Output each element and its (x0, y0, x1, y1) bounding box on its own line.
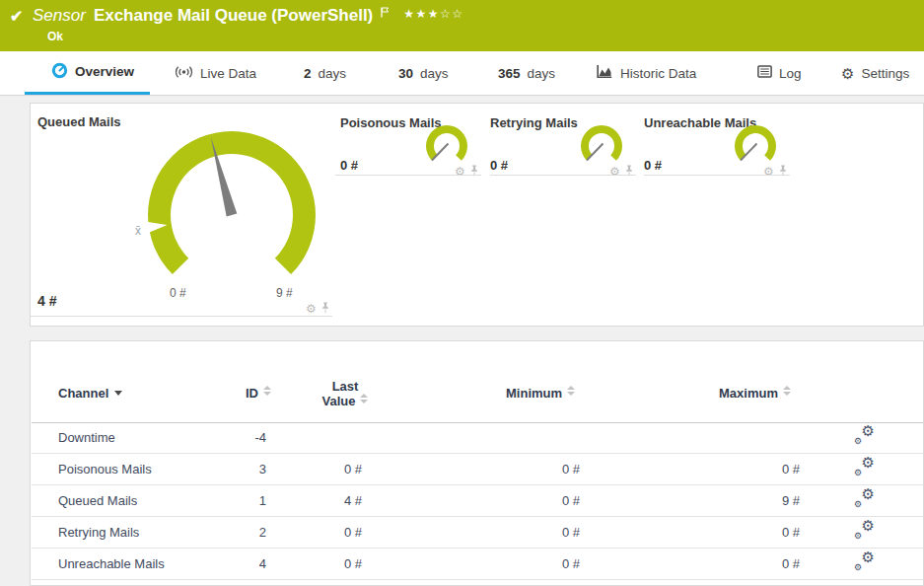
table-row-downtime: Downtime -4 ⚙⚙ (32, 422, 923, 454)
tile-corner-actions: ⚙ (609, 163, 634, 181)
column-header-id[interactable]: ID (246, 386, 271, 401)
tile-settings-gear-icon[interactable]: ⚙ (455, 166, 465, 178)
tab-number: 365 (498, 66, 521, 81)
sort-icon (567, 386, 575, 396)
column-header-last-value[interactable]: Last Value (315, 379, 376, 408)
channel-name: Poisonous Mails (58, 462, 152, 476)
channel-id: -4 (209, 430, 266, 445)
tab-365-days[interactable]: 365days (498, 51, 555, 95)
channel-id: 1 (209, 493, 266, 508)
gauge-tab-icon (51, 62, 68, 82)
tab-2-days[interactable]: 2days (304, 51, 346, 95)
last-value: 0 # (278, 556, 362, 571)
log-list-tab-icon (757, 65, 772, 81)
minimum-value: 0 # (485, 462, 580, 476)
tile-pin-icon[interactable] (469, 163, 479, 181)
tab-label: Overview (75, 64, 134, 79)
column-header-minimum[interactable]: Minimum (506, 386, 575, 401)
tile-corner-actions: ⚙ (763, 163, 788, 181)
status-text: Ok (47, 30, 63, 43)
tab-label: days (319, 66, 347, 81)
minimum-value: 0 # (485, 525, 580, 540)
tab-log[interactable]: Log (757, 51, 802, 95)
channel-id: 2 (209, 525, 266, 540)
column-header-maximum[interactable]: Maximum (719, 386, 791, 401)
table-row-unreachable-mails: Unreachable Mails 4 0 # 0 # 0 # ⚙⚙ (32, 549, 923, 580)
live-data-tab-icon (175, 65, 193, 82)
table-row-queued-mails: Queued Mails 1 4 # 0 # 9 # ⚙⚙ (32, 485, 923, 517)
sort-desc-icon (114, 391, 122, 396)
tab-historic-data[interactable]: Historic Data (597, 51, 696, 95)
tab-label: Live Data (200, 66, 256, 81)
channel-name: Unreachable Mails (58, 556, 165, 571)
tab-settings[interactable]: ⚙ Settings (841, 51, 909, 95)
maximum-value: 9 # (702, 493, 800, 508)
gauge-min-label: 0 # (170, 286, 186, 300)
stars-filled[interactable]: ★★★ (403, 7, 440, 21)
minimum-value: 0 # (485, 493, 580, 508)
status-ok-check-icon: ✔ (10, 7, 23, 26)
tab-label: Historic Data (620, 66, 696, 81)
column-header-channel[interactable]: Channel (58, 386, 122, 401)
small-gauge-value: 0 # (490, 158, 508, 173)
gauge-max-label: 9 # (276, 286, 293, 300)
last-value: 0 # (278, 462, 362, 476)
tile-pin-icon[interactable] (624, 163, 634, 181)
main-gauge-value: 4 # (37, 293, 56, 309)
maximum-value: 0 # (702, 462, 800, 476)
channel-name: Queued Mails (58, 493, 137, 508)
sort-icon (360, 394, 368, 403)
tab-bar: Overview Live Data 2days 30days 365days … (0, 51, 924, 96)
sort-icon (783, 386, 791, 396)
gauge-average-label: x̄ (135, 224, 141, 238)
channel-table-panel: Channel ID Last Value Minimum Maximum Do… (30, 340, 924, 586)
tab-number: 30 (398, 66, 413, 81)
tab-label: days (528, 66, 556, 81)
sensor-status-header: ✔ Sensor Exchange Mail Queue (PowerShell… (0, 0, 924, 51)
tab-live-data[interactable]: Live Data (175, 51, 256, 95)
prtg-sensor-page: ✔ Sensor Exchange Mail Queue (PowerShell… (0, 0, 924, 586)
gear-tab-icon: ⚙ (841, 66, 854, 81)
last-value: 0 # (278, 525, 362, 540)
tile-settings-gear-icon[interactable]: ⚙ (609, 166, 620, 178)
tab-label: days (420, 66, 449, 81)
tile-divider (490, 175, 636, 176)
tile-divider (335, 175, 481, 176)
priority-flag-icon[interactable] (381, 4, 390, 22)
object-type-label: Sensor (33, 6, 86, 26)
channel-settings-gears-icon[interactable]: ⚙⚙ (853, 489, 875, 509)
channel-settings-gears-icon[interactable]: ⚙⚙ (853, 552, 875, 572)
small-gauge-value: 0 # (644, 158, 662, 173)
channel-settings-gears-icon[interactable]: ⚙⚙ (853, 521, 875, 541)
main-gauge-title: Queued Mails (37, 114, 121, 129)
channel-settings-gears-icon[interactable]: ⚙⚙ (853, 426, 875, 446)
last-value: 4 # (278, 493, 362, 508)
tab-number: 2 (304, 66, 312, 81)
small-gauge-value: 0 # (340, 158, 358, 173)
maximum-value: 0 # (702, 556, 800, 571)
channel-id: 3 (209, 462, 266, 476)
small-gauge-title: Retrying Mails (490, 115, 578, 130)
tile-divider (31, 316, 332, 317)
sort-icon (263, 386, 271, 396)
tile-divider (644, 175, 790, 176)
area-chart-tab-icon (597, 64, 613, 82)
priority-stars[interactable]: ★★★☆☆ (403, 7, 463, 21)
tile-corner-actions: ⚙ (455, 163, 479, 181)
stars-empty[interactable]: ☆☆ (440, 7, 464, 21)
channel-settings-gears-icon[interactable]: ⚙⚙ (853, 458, 875, 477)
channel-name: Downtime (58, 430, 115, 445)
tile-settings-gear-icon[interactable]: ⚙ (306, 303, 317, 315)
minimum-value: 0 # (485, 556, 580, 571)
tile-settings-gear-icon[interactable]: ⚙ (763, 166, 774, 178)
sensor-title: Exchange Mail Queue (PowerShell) (94, 6, 373, 26)
tab-label: Settings (861, 66, 909, 81)
maximum-value: 0 # (702, 525, 800, 540)
tile-pin-icon[interactable] (778, 163, 788, 181)
channel-id: 4 (209, 556, 266, 571)
tab-label: Log (779, 66, 802, 81)
channel-name: Retrying Mails (58, 525, 139, 540)
table-row-retrying-mails: Retrying Mails 2 0 # 0 # 0 # ⚙⚙ (32, 517, 923, 549)
tab-overview[interactable]: Overview (25, 51, 150, 95)
tab-30-days[interactable]: 30days (398, 51, 449, 95)
